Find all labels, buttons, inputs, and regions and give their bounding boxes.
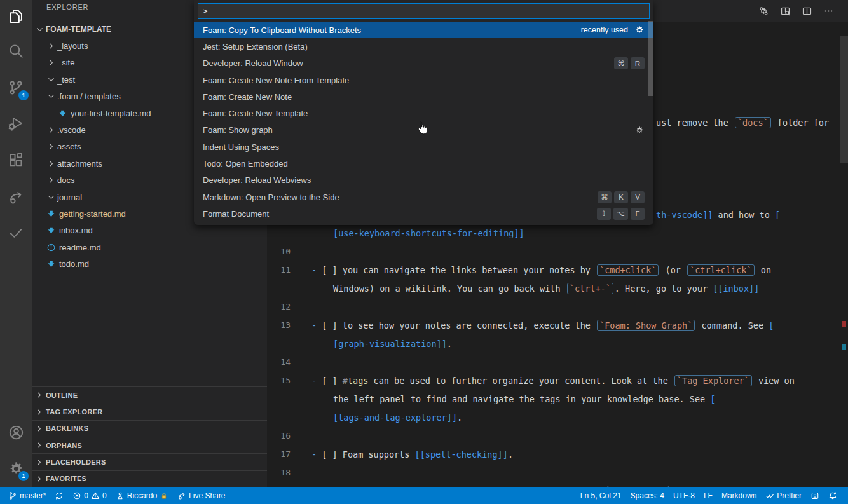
wikilink[interactable]: [ [710, 394, 715, 404]
section-label: BACKLINKS [46, 425, 88, 432]
command-item[interactable]: Developer: Reload Window⌘R [194, 55, 653, 72]
command-item[interactable]: Foam: Create New Note From Template [194, 72, 653, 88]
status-label: UTF-8 [673, 491, 695, 500]
sidebar-sections: OUTLINETAG EXPLORERBACKLINKSORPHANSPLACE… [32, 386, 267, 487]
editor-line: - [ ] #tags can be used to further organ… [311, 371, 795, 390]
command-label: Foam: Create New Note [203, 92, 292, 102]
code-text: # [343, 376, 348, 386]
compare-changes-icon[interactable] [758, 6, 769, 17]
wikilink[interactable]: [graph-visualization]] [333, 339, 447, 349]
status-live-share-user[interactable]: Riccardo [111, 487, 173, 504]
section-tag-explorer[interactable]: TAG EXPLORER [32, 404, 267, 420]
command-item[interactable]: Jest: Setup Extension (Beta) [194, 38, 653, 55]
status-label: 0 [102, 491, 107, 500]
wikilink[interactable]: [ [769, 320, 774, 330]
code-text: - [311, 449, 317, 460]
tree-item-label: .foam / templates [57, 92, 121, 101]
command-item[interactable]: Todo: Open Embedded [194, 155, 653, 172]
activity-item-live-share[interactable] [0, 184, 32, 210]
bell-dot-icon [828, 491, 837, 500]
key-chip: ⌘ [614, 57, 628, 69]
line-number: 12 [267, 297, 291, 316]
gear-icon[interactable] [634, 25, 645, 35]
status-prettier[interactable]: Prettier [761, 487, 806, 504]
activity-item-extensions[interactable] [0, 147, 32, 173]
error-icon [72, 491, 81, 500]
inline-code: `Foam: Show Graph` [597, 320, 695, 331]
section-outline[interactable]: OUTLINE [32, 386, 267, 403]
status-label: 0 [84, 491, 88, 500]
status-problems[interactable]: 00 [68, 487, 111, 504]
chevron-right-icon [32, 390, 46, 400]
activity-item-explorer[interactable] [0, 4, 32, 29]
files-icon [8, 8, 24, 25]
file-item-readme-md[interactable]: readme.md [32, 239, 267, 255]
command-item[interactable]: Foam: Create New Note [194, 88, 653, 105]
status-notifications[interactable] [824, 487, 842, 504]
status-eol[interactable]: LF [699, 487, 717, 504]
status-sync[interactable] [50, 487, 68, 504]
code-text: . [508, 449, 513, 460]
palette-scrollbar[interactable] [648, 21, 653, 96]
editor-line: th-vscode]] and how to [ [656, 205, 780, 224]
status-git-branch[interactable]: master* [4, 487, 50, 504]
command-item[interactable]: Foam: Show graph [194, 122, 653, 139]
file-item-todo-md[interactable]: todo.md [32, 255, 267, 272]
tree-item-label: inbox.md [59, 226, 93, 235]
code-text: view on [753, 376, 795, 386]
wikilink[interactable]: [ [775, 210, 780, 220]
file-item-inbox-md[interactable]: inbox.md [32, 222, 267, 239]
open-preview-icon[interactable] [779, 6, 791, 17]
command-item[interactable]: Developer: Reload Webviews [194, 172, 653, 189]
status-language-mode[interactable]: Markdown [717, 487, 761, 504]
editor-line: [use-keyboard-shortcuts-for-editing]] [333, 224, 524, 242]
command-label: Todo: Open Embedded [203, 159, 288, 168]
command-item[interactable]: Indent Using Spaces [194, 139, 653, 155]
section-label: ORPHANS [46, 442, 82, 449]
overview-ruler-mark [842, 344, 846, 350]
command-input[interactable]: > [198, 3, 650, 19]
section-favorites[interactable]: FAVORITES [32, 470, 267, 487]
wikilink[interactable]: th-vscode]] [656, 210, 713, 220]
status-indentation[interactable]: Spaces: 4 [626, 487, 669, 504]
wikilink[interactable]: [[inbox]] [713, 283, 759, 294]
activity-item-source-control[interactable]: 1 [0, 75, 32, 100]
editor-scrollbar[interactable] [840, 36, 848, 163]
command-item[interactable]: Foam: Create New Template [194, 105, 653, 121]
section-backlinks[interactable]: BACKLINKS [32, 420, 267, 437]
section-placeholders[interactable]: PLACEHOLDERS [32, 453, 267, 470]
tree-item-label: your-first-template.md [71, 109, 151, 118]
activity-item-account[interactable] [0, 419, 32, 445]
chevron-right-icon [46, 158, 56, 168]
line-number: 10 [267, 242, 291, 261]
editor-line: the left panel to find and navigate the … [333, 390, 715, 408]
activity-item-checks[interactable] [0, 220, 32, 245]
command-label: Jest: Setup Extension (Beta) [203, 42, 308, 51]
status-encoding[interactable]: UTF-8 [669, 487, 699, 504]
activity-item-settings[interactable]: 1 [0, 456, 32, 481]
activity-item-search[interactable] [0, 38, 32, 64]
command-palette: > Foam: Copy To Clipboard Without Bracke… [194, 0, 653, 225]
tree-item-label: attachments [57, 159, 102, 168]
overview-ruler-mark [842, 321, 846, 327]
activity-item-run-debug[interactable] [0, 111, 32, 136]
code-text: Windows) on a wikilink. You can go back … [333, 283, 566, 294]
wikilink[interactable]: [tags-and-tag-explorer]] [333, 412, 457, 423]
status-cursor-position[interactable]: Ln 5, Col 21 [576, 487, 626, 504]
status-feedback[interactable] [806, 487, 824, 504]
status-live-share[interactable]: Live Share [173, 487, 229, 504]
gear-icon[interactable] [634, 125, 645, 135]
command-item[interactable]: Foam: Copy To Clipboard Without Brackets… [194, 22, 653, 38]
command-item[interactable]: Format Document⇧⌥F [194, 205, 653, 222]
section-orphans[interactable]: ORPHANS [32, 437, 267, 453]
more-actions-icon[interactable] [823, 6, 834, 17]
code-text: [ ] [317, 376, 343, 386]
command-label: Developer: Reload Webviews [203, 175, 311, 185]
code-text: [ ] you can navigate the links between y… [317, 265, 596, 275]
command-item[interactable]: Markdown: Open Preview to the Side⌘KV [194, 189, 653, 205]
wikilink[interactable]: [use-keyboard-shortcuts-for-editing]] [333, 228, 524, 238]
split-editor-icon[interactable] [801, 6, 812, 17]
wikilink[interactable]: [[spell-checking]] [415, 449, 508, 460]
editor-line: - [ ] to see how your notes are connecte… [311, 316, 774, 334]
key-chip: ⌘ [598, 191, 612, 203]
